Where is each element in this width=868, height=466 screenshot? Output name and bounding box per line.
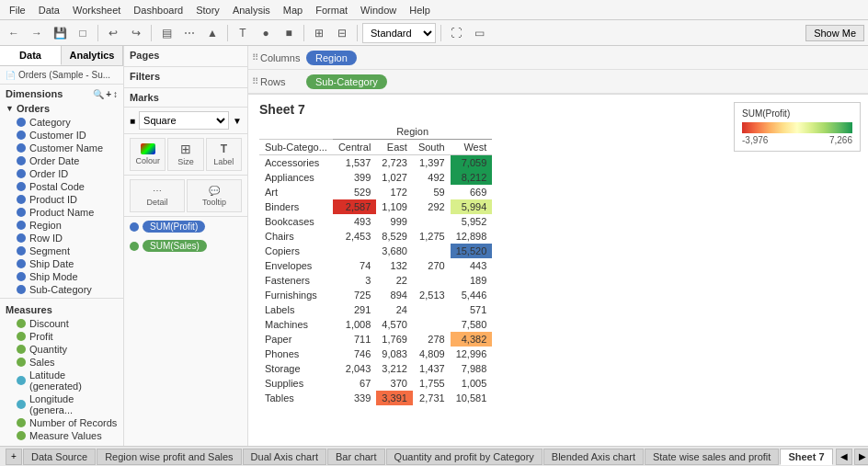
toolbar-btn7[interactable]: ■ [279, 23, 299, 43]
measure-sales[interactable]: Sales [0, 356, 123, 369]
toolbar-save-btn[interactable]: 💾 [50, 23, 70, 43]
toolbar-undo-btn[interactable]: ↩ [103, 23, 123, 43]
tooltip-btn[interactable]: 💬 Tooltip [187, 179, 242, 212]
dim-postal-code-label: Postal Code [29, 181, 85, 192]
toolbar-group-btn[interactable]: ⊞ [309, 23, 329, 43]
tab-analytics[interactable]: Analytics [62, 46, 123, 65]
toolbar-btn5[interactable]: T [233, 23, 253, 43]
sum-sales-pill[interactable]: SUM(Sales) [143, 240, 207, 252]
size-btn[interactable]: ⊞ Size [167, 138, 203, 171]
menu-window[interactable]: Window [355, 3, 402, 17]
data-cell: 2,587 [333, 199, 376, 214]
toolbar-btn6[interactable]: ● [256, 23, 276, 43]
dim-sort-icon[interactable]: ↕ [113, 89, 118, 99]
colour-btn[interactable]: Colour [130, 138, 166, 171]
label-btn[interactable]: T Label [206, 138, 242, 171]
dim-ship-mode[interactable]: Ship Mode [0, 270, 123, 283]
table-row: Phones7469,0834,80912,996 [259, 347, 492, 361]
measure-profit[interactable]: Profit [0, 330, 123, 343]
table-row: Storage2,0433,2121,4377,988 [259, 361, 492, 376]
menu-dashboard[interactable]: Dashboard [128, 3, 188, 17]
tab-data[interactable]: Data [0, 46, 62, 65]
new-datasource-icon[interactable]: + [6, 449, 22, 465]
measure-quantity[interactable]: Quantity [0, 343, 123, 356]
dim-order-date[interactable]: Order Date [0, 154, 123, 167]
menu-map[interactable]: Map [278, 3, 308, 17]
sheet-tab-3[interactable]: Bar chart [327, 449, 385, 465]
region-pill[interactable]: Region [306, 51, 357, 65]
show-me-button[interactable]: Show Me [805, 25, 864, 41]
toolbar-btn3[interactable]: ⋯ [179, 23, 200, 43]
marks-sum-sales[interactable]: SUM(Sales) [124, 236, 247, 256]
toolbar-btn2[interactable]: ▤ [156, 23, 177, 43]
legend-gradient [742, 122, 852, 133]
detail-btn[interactable]: ⋯ Detail [130, 179, 185, 212]
measure-latitude[interactable]: Latitude (generated) [0, 369, 123, 392]
dim-sub-category[interactable]: Sub-Category [0, 283, 123, 296]
menu-file[interactable]: File [4, 3, 31, 17]
measure-discount-label: Discount [29, 318, 69, 329]
toolbar-btn1[interactable]: □ [73, 23, 93, 43]
postal-code-icon [17, 182, 26, 191]
dim-product-name[interactable]: Product Name [0, 206, 123, 219]
toolbar-redo-btn[interactable]: ↪ [126, 23, 146, 43]
dim-customer-id[interactable]: Customer ID [0, 129, 123, 142]
toolbar-btn8[interactable]: ⊟ [332, 23, 352, 43]
sheet-tab-5[interactable]: Blended Axis chart [543, 449, 644, 465]
dim-divider [0, 298, 123, 299]
measure-num-records[interactable]: Number of Records [0, 416, 123, 429]
dim-order-id[interactable]: Order ID [0, 167, 123, 180]
standard-dropdown[interactable]: Standard [362, 23, 436, 43]
tooltip-icon: 💬 [209, 186, 220, 196]
tab-left-icon[interactable]: ◀ [836, 449, 852, 465]
dim-postal-code[interactable]: Postal Code [0, 180, 123, 193]
toolbar-btn4[interactable]: ▲ [202, 23, 223, 43]
measure-num-records-label: Number of Records [29, 417, 117, 428]
toolbar-forward-btn[interactable]: → [27, 23, 47, 43]
menu-story[interactable]: Story [190, 3, 225, 17]
data-source-row[interactable]: 📄 Orders (Sample - Su... [0, 66, 123, 85]
bottom-tabs: + Data SourceRegion wise profit and Sale… [0, 446, 868, 466]
sheet-tab-2[interactable]: Dual Axis chart [243, 449, 326, 465]
data-cell: 5,994 [451, 199, 493, 214]
subcategory-col-header: Sub-Catego... [259, 140, 333, 155]
sheet-tab-7[interactable]: Sheet 7 [780, 449, 832, 465]
marks-type-select[interactable]: Square [139, 111, 229, 130]
sep4 [303, 25, 304, 41]
sheet-tab-4[interactable]: Quantity and profit by Category [386, 449, 542, 465]
dim-row-id[interactable]: Row ID [0, 232, 123, 244]
measure-longitude[interactable]: Longitude (genera... [0, 392, 123, 416]
marks-type-chevron[interactable]: ▼ [233, 116, 242, 126]
menu-analysis[interactable]: Analysis [227, 3, 276, 17]
menu-data[interactable]: Data [33, 3, 65, 17]
menu-help[interactable]: Help [404, 3, 436, 17]
dim-product-id[interactable]: Product ID [0, 193, 123, 206]
orders-group-header[interactable]: ▼ Orders [0, 101, 123, 116]
dim-search-icon[interactable]: 🔍 [93, 89, 104, 99]
menu-worksheet[interactable]: Worksheet [67, 3, 126, 17]
rows-shelf: ⠿ Rows Sub-Category [248, 70, 868, 94]
dim-segment[interactable]: Segment [0, 244, 123, 257]
tab-right-icon[interactable]: ▶ [854, 449, 868, 465]
dim-category[interactable]: Category [0, 116, 123, 129]
sub-category-pill[interactable]: Sub-Category [306, 74, 387, 89]
data-cell: 571 [451, 302, 493, 317]
dim-region[interactable]: Region [0, 219, 123, 232]
sheet-tab-1[interactable]: Region wise profit and Sales [97, 449, 241, 465]
row-label-cell: Art [259, 185, 333, 199]
sum-profit-pill[interactable]: SUM(Profit) [143, 221, 205, 233]
dim-customer-name[interactable]: Customer Name [0, 142, 123, 154]
toolbar: ← → 💾 □ ↩ ↪ ▤ ⋯ ▲ T ● ■ ⊞ ⊟ Standard ⛶ ▭… [0, 20, 868, 46]
toolbar-back-btn[interactable]: ← [4, 23, 24, 43]
measure-discount[interactable]: Discount [0, 317, 123, 330]
menu-format[interactable]: Format [310, 3, 353, 17]
sheet-tab-6[interactable]: State wise sales and profit [645, 449, 779, 465]
dim-add-icon[interactable]: + [106, 89, 111, 99]
measure-measure-values[interactable]: Measure Values [0, 429, 123, 442]
dim-ship-date[interactable]: Ship Date [0, 257, 123, 270]
marks-sum-profit[interactable]: SUM(Profit) [124, 217, 247, 236]
discount-icon [17, 319, 26, 328]
toolbar-fit-btn[interactable]: ⛶ [446, 23, 466, 43]
sheet-tab-0[interactable]: Data Source [23, 449, 96, 465]
toolbar-btn9[interactable]: ▭ [469, 23, 489, 43]
